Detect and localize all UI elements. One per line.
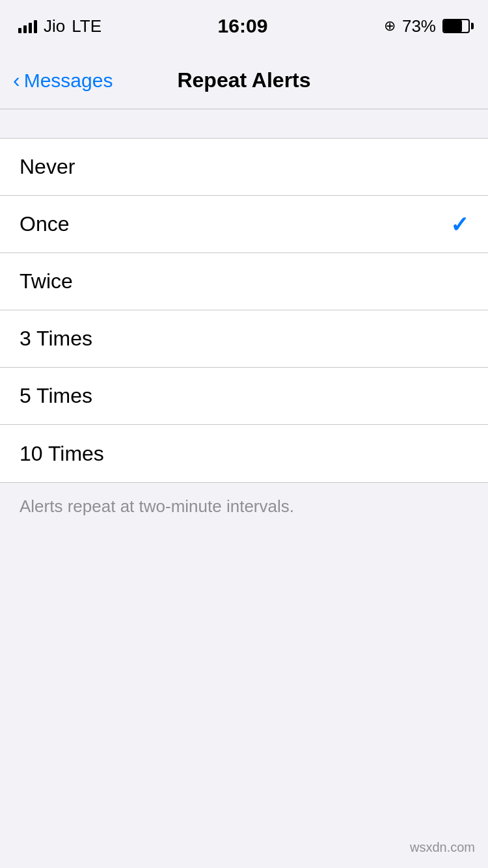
page-title: Repeat Alerts — [177, 68, 310, 92]
signal-bar-4 — [34, 20, 37, 33]
signal-bars — [18, 19, 37, 33]
back-label: Messages — [24, 70, 113, 92]
footer-note-text: Alerts repeat at two-minute intervals. — [20, 496, 294, 516]
battery-outer — [442, 19, 470, 33]
status-left: Jio LTE — [18, 16, 102, 36]
option-label-five-times: 5 Times — [20, 384, 92, 408]
list-item-once[interactable]: Once ✓ — [0, 196, 488, 253]
status-bar: Jio LTE 16:09 ⊕ 73% — [0, 0, 488, 52]
option-label-twice: Twice — [20, 269, 73, 293]
battery-fill — [444, 20, 463, 32]
nav-bar: ‹ Messages Repeat Alerts — [0, 52, 488, 109]
signal-bar-3 — [29, 23, 32, 33]
list-item-three-times[interactable]: 3 Times — [0, 310, 488, 368]
option-label-three-times: 3 Times — [20, 327, 92, 351]
back-button[interactable]: ‹ Messages — [13, 68, 113, 92]
status-time: 16:09 — [218, 15, 268, 37]
option-label-never: Never — [20, 155, 75, 179]
status-right: ⊕ 73% — [384, 16, 470, 36]
list-item-ten-times[interactable]: 10 Times — [0, 425, 488, 482]
signal-bar-1 — [18, 28, 21, 33]
network-type: LTE — [72, 16, 102, 36]
battery-tip — [471, 23, 474, 29]
battery-percent: 73% — [402, 16, 436, 36]
option-label-ten-times: 10 Times — [20, 442, 104, 466]
battery-icon — [442, 19, 470, 33]
list-item-twice[interactable]: Twice — [0, 253, 488, 310]
checkmark-icon-once: ✓ — [450, 211, 468, 237]
options-list: Never Once ✓ Twice 3 Times 5 Times 10 Ti… — [0, 138, 488, 482]
list-item-five-times[interactable]: 5 Times — [0, 368, 488, 425]
signal-bar-2 — [23, 25, 27, 33]
back-chevron-icon: ‹ — [13, 68, 20, 92]
footer-section: Alerts repeat at two-minute intervals. — [0, 482, 488, 534]
section-gap-top — [0, 109, 488, 138]
option-label-once: Once — [20, 212, 69, 236]
watermark: wsxdn.com — [410, 840, 475, 855]
carrier-name: Jio — [44, 16, 65, 36]
lock-icon: ⊕ — [384, 18, 396, 34]
list-item-never[interactable]: Never — [0, 139, 488, 196]
